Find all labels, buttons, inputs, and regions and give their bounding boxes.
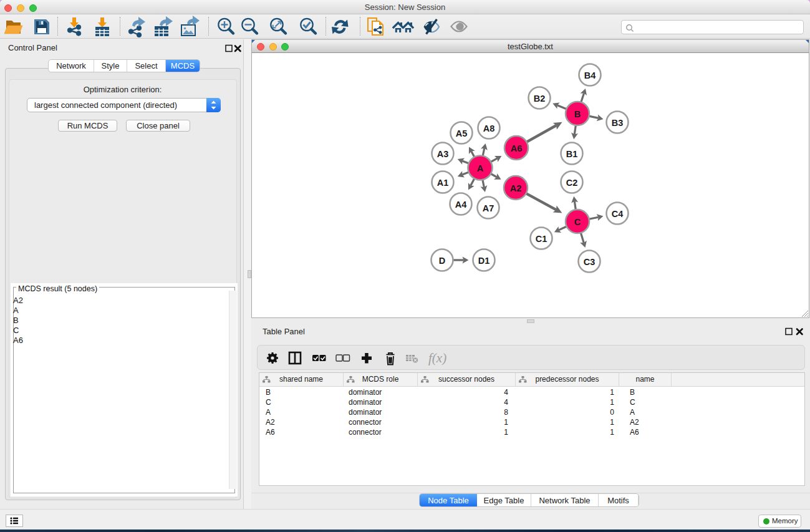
svg-text:C4: C4 bbox=[612, 209, 624, 219]
svg-text:C2: C2 bbox=[566, 178, 578, 188]
svg-text:C: C bbox=[574, 217, 581, 227]
svg-text:A7: A7 bbox=[483, 203, 494, 213]
svg-text:A5: A5 bbox=[456, 128, 468, 138]
svg-text:C1: C1 bbox=[536, 234, 547, 244]
svg-text:B: B bbox=[574, 109, 581, 119]
svg-text:A4: A4 bbox=[455, 200, 467, 210]
svg-text:f(x): f(x) bbox=[428, 351, 446, 365]
svg-text:A3: A3 bbox=[437, 149, 449, 159]
svg-text:B4: B4 bbox=[584, 70, 596, 80]
svg-text:C3: C3 bbox=[584, 257, 595, 267]
svg-text:B2: B2 bbox=[534, 94, 546, 104]
svg-text:D1: D1 bbox=[478, 256, 490, 266]
svg-text:D: D bbox=[439, 256, 445, 266]
svg-text:A2: A2 bbox=[510, 183, 522, 193]
svg-text:A8: A8 bbox=[483, 123, 495, 133]
svg-text:A1: A1 bbox=[437, 178, 449, 188]
svg-text:A6: A6 bbox=[511, 143, 523, 153]
svg-text:B3: B3 bbox=[612, 118, 624, 128]
svg-text:B1: B1 bbox=[566, 149, 578, 159]
svg-text:A: A bbox=[477, 163, 484, 173]
